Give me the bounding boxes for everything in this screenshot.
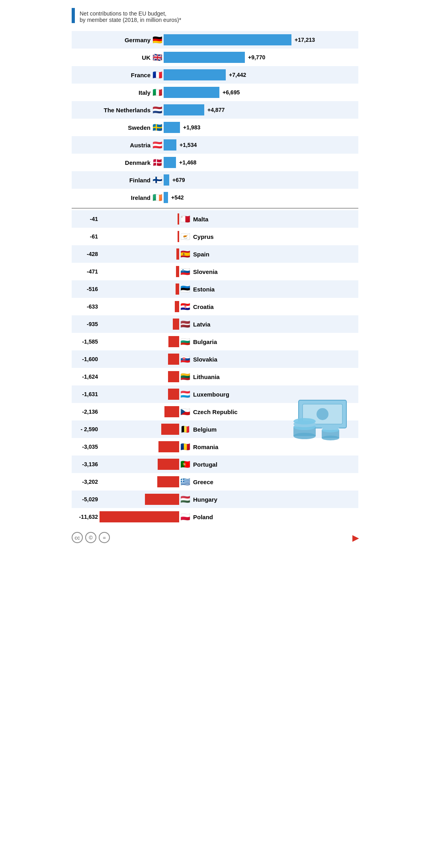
country-label: Latvia: [192, 321, 210, 328]
country-flag: 🇬🇧: [152, 53, 162, 62]
country-label: Hungary: [192, 496, 217, 503]
country-flag: 🇧🇪: [180, 424, 190, 434]
value-label: -3,035: [72, 444, 100, 450]
negative-row: -1,600 🇸🇰 Slovakia: [72, 350, 358, 368]
value-label: -41: [72, 216, 100, 222]
country-flag: 🇸🇪: [152, 123, 162, 132]
value-label: +1,468: [179, 159, 196, 166]
positive-row: Denmark 🇩🇰 +1,468: [72, 154, 358, 171]
country-label: Greece: [192, 479, 213, 485]
positive-bar: [164, 157, 176, 168]
bar-wrap: +9,770: [164, 52, 315, 63]
country-label: The Netherlands: [72, 107, 151, 113]
value-label: -633: [72, 303, 100, 310]
value-label: +1,983: [183, 124, 200, 131]
country-label: Portugal: [192, 461, 217, 468]
country-label: Luxembourg: [192, 391, 229, 398]
divider: [72, 208, 358, 209]
value-label: -428: [72, 251, 100, 257]
country-label: Denmark: [72, 159, 151, 166]
negative-bar: [100, 511, 179, 522]
country-label: Belgium: [192, 426, 217, 433]
positive-row: France 🇫🇷 +7,442: [72, 66, 358, 84]
bar-wrap: [100, 266, 179, 277]
cc-person-icon: ©: [85, 532, 96, 543]
value-label: -935: [72, 321, 100, 327]
country-label: Cyprus: [192, 233, 214, 240]
negative-row: -5,029 🇭🇺 Hungary: [72, 491, 358, 508]
bar-wrap: +6,695: [164, 87, 315, 98]
svg-point-11: [322, 425, 339, 430]
country-flag: 🇨🇿: [180, 407, 190, 416]
bar-wrap: +542: [164, 192, 315, 203]
country-flag: 🇮🇪: [152, 193, 162, 202]
chart-container: Germany 🇩🇪 +17,213 UK 🇬🇧 +9,770 France 🇫…: [72, 31, 358, 526]
country-label: Croatia: [192, 303, 214, 310]
negative-row: -3,202 🇬🇷 Greece: [72, 473, 358, 491]
value-label: - 2,590: [72, 426, 100, 432]
bar-wrap: [100, 511, 179, 522]
bar-wrap: [100, 476, 179, 487]
bar-wrap: +1,983: [164, 122, 315, 133]
bar-wrap: [100, 494, 179, 505]
negative-row: -1,624 🇱🇹 Lithuania: [72, 368, 358, 385]
bar-wrap: [100, 283, 179, 295]
country-label: Romania: [192, 444, 218, 450]
value-label: +9,770: [248, 54, 265, 61]
positive-row: Germany 🇩🇪 +17,213: [72, 31, 358, 49]
positive-row: Sweden 🇸🇪 +1,983: [72, 119, 358, 136]
country-flag: 🇱🇻: [180, 319, 190, 329]
negative-bar: [145, 494, 179, 505]
value-label: -2,136: [72, 409, 100, 415]
money-illustration: [287, 398, 350, 442]
negative-bar: [178, 213, 179, 225]
value-label: +17,213: [295, 37, 315, 43]
country-flag: 🇩🇰: [152, 158, 162, 167]
country-flag: 🇪🇪: [180, 284, 190, 294]
country-label: Estonia: [192, 286, 215, 293]
bar-wrap: [100, 301, 179, 312]
negative-bar: [176, 266, 179, 277]
negative-bar: [168, 371, 179, 382]
value-label: -3,136: [72, 461, 100, 467]
country-label: Ireland: [72, 194, 151, 201]
bar-wrap: [100, 406, 179, 417]
negative-bar: [175, 301, 179, 312]
negative-row: -41 🇲🇹 Malta: [72, 210, 358, 228]
negative-row: -935 🇱🇻 Latvia: [72, 315, 358, 333]
bar-wrap: [100, 424, 179, 435]
country-label: Malta: [192, 216, 208, 223]
country-flag: 🇵🇱: [180, 512, 190, 522]
country-label: Czech Republic: [192, 409, 238, 415]
negative-bar: [161, 424, 179, 435]
value-label: +542: [171, 194, 184, 201]
value-label: -1,600: [72, 356, 100, 362]
value-label: -3,202: [72, 479, 100, 485]
bar-wrap: +1,534: [164, 139, 315, 151]
value-label: -1,624: [72, 373, 100, 380]
bar-wrap: [100, 213, 179, 225]
country-flag: 🇩🇪: [152, 35, 162, 45]
country-label: Germany: [72, 37, 151, 43]
negative-bar: [168, 354, 179, 365]
negative-bar: [164, 406, 179, 417]
svg-point-2: [317, 408, 328, 420]
cc-nd-icon: =: [99, 532, 110, 543]
negative-bar: [173, 319, 179, 330]
bar-wrap: +4,877: [164, 104, 315, 115]
negative-row: -471 🇸🇮 Slovenia: [72, 263, 358, 280]
country-flag: 🇨🇾: [180, 232, 190, 241]
country-label: Slovenia: [192, 268, 218, 275]
country-label: Poland: [192, 514, 213, 520]
country-flag: 🇫🇮: [152, 175, 162, 185]
country-flag: 🇭🇷: [180, 302, 190, 311]
positive-bar: [164, 122, 180, 133]
country-label: Finland: [72, 177, 151, 184]
country-label: Italy: [72, 89, 151, 96]
country-flag: 🇱🇺: [180, 389, 190, 399]
country-flag: 🇫🇷: [152, 70, 162, 80]
positive-row: The Netherlands 🇳🇱 +4,877: [72, 101, 358, 119]
bar-wrap: [100, 371, 179, 382]
bar-wrap: [100, 231, 179, 242]
bar-wrap: [100, 248, 179, 260]
